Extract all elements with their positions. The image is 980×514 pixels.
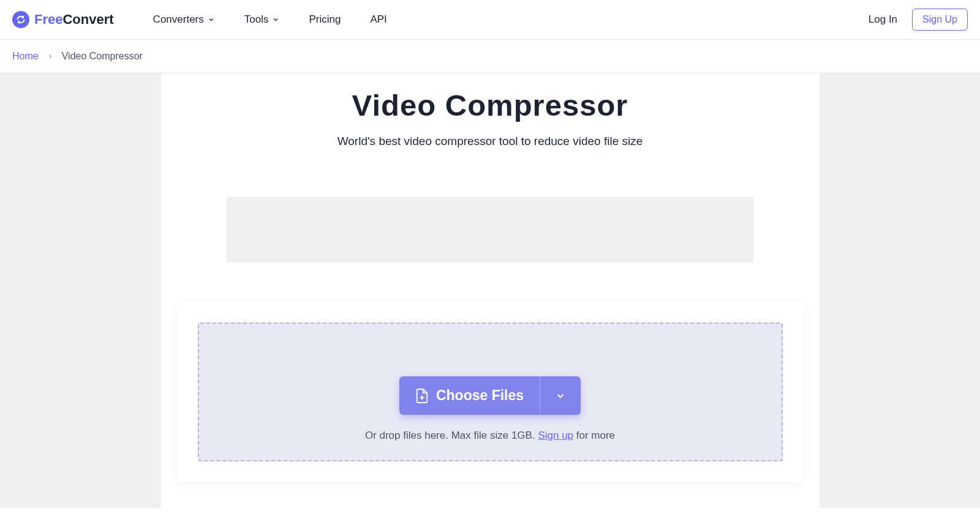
nav-api[interactable]: API (370, 13, 386, 26)
logo[interactable]: FreeConvert (12, 11, 114, 28)
upload-card: Choose Files Or drop files here. Max fil… (177, 302, 804, 482)
nav-converters-label: Converters (153, 13, 204, 26)
drop-text: Or drop files here. Max file size 1GB. S… (211, 430, 769, 442)
chevron-right-icon (47, 53, 53, 59)
signup-button[interactable]: Sign Up (912, 9, 968, 31)
chevron-down-icon (555, 390, 566, 401)
breadcrumb-home[interactable]: Home (12, 51, 39, 62)
page-background: Video Compressor World's best video comp… (0, 73, 980, 508)
logo-icon (12, 11, 29, 28)
logo-free: Free (34, 12, 62, 27)
drop-text-prefix: Or drop files here. Max file size 1GB. (365, 430, 538, 441)
nav-tools[interactable]: Tools (244, 13, 280, 26)
choose-files-group: Choose Files (399, 376, 581, 415)
header: FreeConvert Converters Tools Pricing API… (0, 0, 980, 40)
choose-files-dropdown[interactable] (540, 376, 581, 415)
drop-text-suffix: for more (573, 430, 615, 441)
nav-converters[interactable]: Converters (153, 13, 215, 26)
nav-tools-label: Tools (244, 13, 269, 26)
ad-placeholder (227, 197, 753, 263)
choose-files-label: Choose Files (436, 387, 524, 404)
choose-files-button[interactable]: Choose Files (399, 376, 540, 415)
page-title: Video Compressor (161, 88, 820, 122)
chevron-down-icon (272, 16, 279, 23)
login-link[interactable]: Log In (869, 13, 897, 26)
nav-pricing[interactable]: Pricing (309, 13, 341, 26)
main-nav: Converters Tools Pricing API (153, 13, 387, 26)
breadcrumb-current: Video Compressor (62, 51, 143, 62)
nav-api-label: API (370, 13, 386, 26)
page-subtitle: World's best video compressor tool to re… (161, 135, 820, 148)
dropzone[interactable]: Choose Files Or drop files here. Max fil… (198, 322, 783, 461)
signup-link-inline[interactable]: Sign up (538, 430, 573, 441)
content-container: Video Compressor World's best video comp… (161, 73, 820, 508)
file-add-icon (415, 388, 429, 404)
nav-pricing-label: Pricing (309, 13, 341, 26)
logo-convert: Convert (62, 12, 113, 27)
breadcrumb: Home Video Compressor (0, 40, 980, 73)
header-right: Log In Sign Up (869, 9, 968, 31)
logo-text: FreeConvert (34, 12, 114, 28)
chevron-down-icon (208, 16, 215, 23)
